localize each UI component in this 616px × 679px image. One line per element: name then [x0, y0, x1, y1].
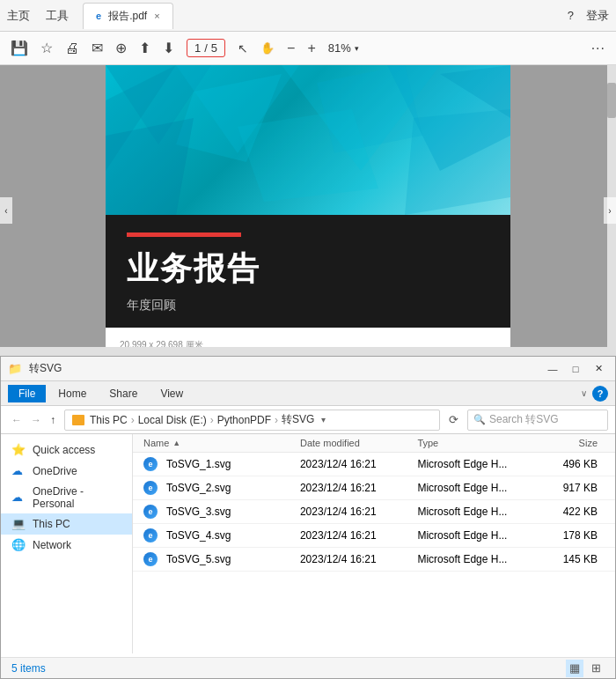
breadcrumb-svg[interactable]: 转SVG	[282, 412, 314, 427]
mail-icon[interactable]: ✉	[92, 40, 103, 56]
pdf-scroll-left[interactable]: ‹	[0, 197, 12, 224]
file-name: ToSVG_2.svg	[166, 482, 231, 494]
pdf-geometric-decoration	[106, 65, 510, 215]
print-icon[interactable]: 🖨	[65, 41, 79, 56]
file-date: 2023/12/4 16:21	[300, 458, 417, 470]
file-row[interactable]: e ToSVG_4.svg 2023/12/4 16:21 Microsoft …	[133, 524, 615, 548]
save-icon[interactable]: 💾	[11, 40, 28, 56]
explorer-title: 转SVG	[29, 361, 536, 376]
page-current[interactable]: 1	[194, 41, 201, 55]
file-type: Microsoft Edge H...	[417, 553, 534, 565]
hand-icon[interactable]: ✋	[260, 41, 275, 55]
arrow-up-icon[interactable]: ⬆	[139, 40, 150, 56]
browser-login[interactable]: 登录	[586, 8, 609, 24]
forward-button[interactable]: →	[27, 412, 45, 428]
pdf-scrollbar-bottom[interactable]	[0, 347, 607, 356]
zoom-out-icon[interactable]: −	[287, 41, 295, 56]
large-icons-view-button[interactable]: ⊞	[587, 660, 605, 677]
ribbon-collapse-icon[interactable]: ∨	[581, 388, 587, 398]
up-button[interactable]: ↑	[47, 412, 59, 428]
explorer-ribbon: File Home Share View ∨ ?	[1, 381, 615, 406]
pdf-title: 业务报告	[127, 247, 489, 291]
file-row[interactable]: e ToSVG_2.svg 2023/12/4 16:21 Microsoft …	[133, 476, 615, 500]
ribbon-tab-share[interactable]: Share	[99, 385, 148, 402]
sidebar-label-quick-access: Quick access	[33, 444, 95, 456]
status-bar: 5 items ▦ ⊞	[1, 657, 615, 678]
sidebar-item-this-pc[interactable]: 💻 This PC	[1, 513, 132, 535]
onedrive-icon: ☁	[11, 464, 26, 478]
file-list-header: Name ▲ Date modified Type Size	[133, 434, 615, 453]
zoom-in-icon[interactable]: +	[307, 41, 315, 56]
file-explorer-container: 📁 转SVG — □ ✕ File Home Share View ∨ ? ← …	[0, 356, 616, 679]
more-options-icon[interactable]: ···	[591, 41, 605, 56]
file-row[interactable]: e ToSVG_5.svg 2023/12/4 16:21 Microsoft …	[133, 548, 615, 572]
maximize-button[interactable]: □	[566, 359, 585, 379]
nav-home[interactable]: 主页	[7, 8, 30, 24]
star-icon: ⭐	[11, 443, 26, 457]
zoom-page-icon[interactable]: ⊕	[115, 40, 127, 56]
breadcrumb-folder-icon	[72, 415, 84, 425]
refresh-button[interactable]: ⟳	[445, 411, 462, 428]
minimize-button[interactable]: —	[543, 359, 562, 379]
ribbon-tab-view[interactable]: View	[150, 385, 194, 402]
sidebar-item-network[interactable]: 🌐 Network	[1, 535, 132, 556]
browser-help-icon[interactable]: ?	[568, 9, 574, 22]
file-name-cell: e ToSVG_5.svg	[143, 552, 300, 566]
file-size: 496 KB	[535, 458, 605, 470]
pdf-toolbar: 💾 ☆ 🖨 ✉ ⊕ ⬆ ⬇ 1 / 5 ↖ ✋ − + 81% ▾ ···	[0, 32, 616, 65]
column-date[interactable]: Date modified	[300, 438, 417, 448]
active-tab[interactable]: e 报告.pdf ×	[83, 3, 173, 29]
zoom-dropdown-icon[interactable]: ▾	[355, 44, 359, 53]
sidebar-item-quick-access[interactable]: ⭐ Quick access	[1, 439, 132, 461]
page-indicator[interactable]: 1 / 5	[187, 39, 225, 57]
column-type[interactable]: Type	[417, 438, 534, 448]
column-size[interactable]: Size	[535, 438, 605, 448]
column-name[interactable]: Name ▲	[143, 438, 300, 448]
file-row[interactable]: e ToSVG_3.svg 2023/12/4 16:21 Microsoft …	[133, 500, 615, 524]
pdf-page: 业务报告 年度回顾 20.999 x 29.698 厘米	[106, 65, 510, 356]
edge-icon: e	[143, 552, 158, 566]
back-button[interactable]: ←	[8, 412, 26, 428]
star-icon[interactable]: ☆	[40, 40, 53, 56]
sidebar-label-this-pc: This PC	[33, 518, 70, 530]
nav-tools[interactable]: 工具	[46, 8, 69, 24]
tab-icon: e	[96, 11, 101, 21]
arrow-down-icon[interactable]: ⬇	[163, 40, 174, 56]
sidebar-item-onedrive-personal[interactable]: ☁ OneDrive - Personal	[1, 482, 132, 513]
pdf-red-bar	[127, 232, 241, 237]
zoom-selector[interactable]: 81% ▾	[328, 41, 359, 55]
file-name-cell: e ToSVG_3.svg	[143, 505, 300, 519]
file-size: 178 KB	[535, 529, 605, 542]
pdf-subtitle: 年度回顾	[127, 298, 489, 314]
network-icon: 🌐	[11, 538, 26, 552]
search-box[interactable]: 🔍 Search 转SVG	[467, 410, 608, 431]
tab-bar: e 报告.pdf ×	[83, 3, 568, 29]
pdf-scrollbar-thumb[interactable]	[607, 83, 616, 118]
zoom-level: 81%	[328, 41, 351, 55]
breadcrumb-python-pdf[interactable]: PythonPDF	[217, 414, 271, 426]
breadcrumb-local-disk[interactable]: Local Disk (E:)	[138, 414, 207, 426]
file-type: Microsoft Edge H...	[417, 506, 534, 518]
file-explorer: 📁 转SVG — □ ✕ File Home Share View ∨ ? ← …	[0, 356, 616, 679]
tab-title: 报告.pdf	[108, 9, 147, 24]
sidebar-item-onedrive[interactable]: ☁ OneDrive	[1, 461, 132, 482]
file-name: ToSVG_3.svg	[166, 506, 231, 518]
breadcrumb-dropdown-icon[interactable]: ▾	[321, 415, 326, 424]
file-size: 145 KB	[535, 553, 605, 565]
ribbon-tab-file[interactable]: File	[8, 385, 46, 402]
item-count: 5 items	[11, 662, 46, 675]
pdf-black-section: 业务报告 年度回顾	[106, 215, 510, 328]
pdf-scroll-right[interactable]: ›	[604, 197, 616, 224]
close-button[interactable]: ✕	[589, 359, 608, 379]
cursor-icon[interactable]: ↖	[238, 41, 248, 55]
file-row[interactable]: e ToSVG_1.svg 2023/12/4 16:21 Microsoft …	[133, 453, 615, 476]
tab-close-button[interactable]: ×	[154, 11, 159, 21]
ribbon-tab-home[interactable]: Home	[48, 385, 97, 402]
file-date: 2023/12/4 16:21	[300, 529, 417, 542]
ribbon-help-button[interactable]: ?	[592, 386, 608, 402]
pdf-viewer: ‹ 业务报告 年度回	[0, 65, 616, 356]
breadcrumb-this-pc[interactable]: This PC	[90, 414, 128, 426]
nav-arrows: ← → ↑	[8, 412, 59, 428]
breadcrumb-bar[interactable]: This PC › Local Disk (E:) › PythonPDF › …	[64, 410, 440, 431]
details-view-button[interactable]: ▦	[566, 660, 583, 677]
